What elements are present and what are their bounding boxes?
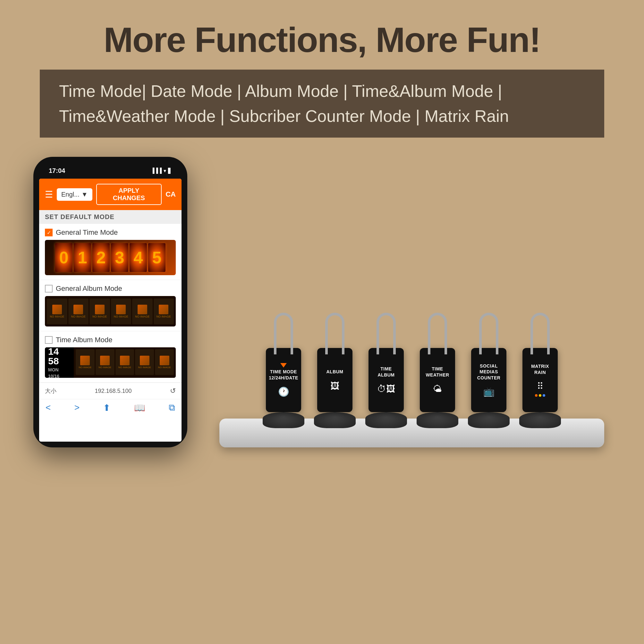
time-album-mode-checkbox[interactable]: [45, 336, 53, 344]
device-card-5: SOCIAL MEDIASCOUNTER 📺: [471, 348, 506, 412]
content-area: 17:04 ▐▐▐ ▾ ▋ ☰ Engl... ▼: [33, 157, 611, 447]
device-stand-1: [263, 412, 304, 428]
page-container: More Functions, More Fun! Time Mode| Dat…: [0, 0, 644, 644]
album-thumb-img-4: [116, 305, 126, 314]
device-stand-6: [519, 412, 561, 428]
ta-no-img-2: NO IMAGE: [98, 366, 111, 369]
arch-handle-1: [274, 313, 293, 354]
arch-handle-6: [530, 313, 550, 354]
zoom-label: 大小: [45, 387, 56, 395]
device-card-1: TIME MODE12/24H/DATE 🕐: [266, 348, 301, 412]
apply-changes-button[interactable]: APPLY CHANGES: [96, 184, 162, 205]
device-card-2: ALBUM 🖼: [317, 348, 352, 412]
wifi-icon: ▾: [164, 168, 166, 174]
share-button[interactable]: ⬆: [103, 403, 110, 413]
phone-screen: ☰ Engl... ▼ APPLY CHANGES CA SET DEFAULT…: [39, 179, 182, 442]
ta-no-img-5: NO IMAGE: [158, 366, 171, 369]
lang-label: Engl...: [61, 191, 80, 198]
device-dots-6: [535, 394, 545, 397]
ta-no-img-4: NO IMAGE: [138, 366, 151, 369]
album-thumb-1: NO IMAGE: [47, 299, 67, 324]
digit-3: 3: [111, 243, 128, 272]
time-album-mode-preview: 14 58 MON 10/16 NO IMAGE: [45, 347, 176, 378]
ta-img-2: [100, 356, 110, 365]
bookmark-button[interactable]: 📖: [134, 403, 145, 413]
device-label-4: TIMEWEATHER: [426, 366, 449, 377]
ta-img-4: [140, 356, 149, 365]
album-mode-label: General Album Mode: [56, 284, 122, 293]
device-label-2: ALBUM: [326, 369, 343, 375]
device-unit-4: TIMEWEATHER 🌤: [417, 319, 458, 428]
set-default-mode-label: SET DEFAULT MODE: [39, 210, 182, 224]
mode-section-album: General Album Mode NO IMAGE NO IMAGE: [39, 280, 182, 331]
device-label-1: TIME MODE12/24H/DATE: [269, 369, 298, 380]
album-thumb-5: NO IMAGE: [132, 299, 153, 324]
device-label-6: MATRIXRAIN: [531, 363, 549, 375]
ta-img-1: [80, 356, 90, 365]
arch-handle-3: [377, 313, 396, 354]
device-unit-6: MATRIXRAIN ⠿: [519, 319, 561, 428]
ta-img-5: [160, 356, 169, 365]
url-display: 192.168.5.100: [95, 388, 131, 394]
album-thumb-4: NO IMAGE: [111, 299, 131, 324]
weather-icon-4: 🌤: [433, 384, 442, 394]
subtitle-line-1: Time Mode| Date Mode | Album Mode | Time…: [59, 82, 502, 100]
no-image-4: NO IMAGE: [114, 315, 128, 318]
digit-4: 4: [130, 243, 147, 272]
album-mode-checkbox[interactable]: [45, 285, 53, 292]
no-image-2: NO IMAGE: [71, 315, 86, 318]
device-label-5: SOCIAL MEDIASCOUNTER: [474, 363, 504, 381]
refresh-icon[interactable]: ↺: [170, 387, 176, 395]
app-header: ☰ Engl... ▼ APPLY CHANGES CA: [39, 179, 182, 210]
phone-time: 17:04: [49, 167, 65, 174]
phone-nav-bar: < > ⬆ 📖 ⧉: [39, 399, 182, 416]
triangle-icon-1: [280, 363, 287, 368]
time-album-time-display: 14 58 MON 10/16: [45, 347, 74, 378]
ta-img-3: [120, 356, 130, 365]
album-mode-preview: NO IMAGE NO IMAGE NO IMAGE: [45, 296, 176, 326]
device-unit-5: SOCIAL MEDIASCOUNTER 📺: [468, 319, 510, 428]
dot-1: [535, 394, 538, 397]
time-minutes: 58: [48, 356, 71, 366]
ca-button[interactable]: CA: [165, 190, 176, 199]
ta-no-img-3: NO IMAGE: [118, 366, 131, 369]
ta-thumb-1: NO IMAGE: [76, 349, 95, 375]
time-mode-checkbox[interactable]: ✓: [45, 229, 53, 236]
image-icon-2: 🖼: [330, 381, 339, 391]
subtitle-line-2: Time&Weather Mode | Subcriber Counter Mo…: [59, 107, 509, 125]
time-album-mode-label: Time Album Mode: [56, 336, 112, 344]
mode-section-time-album: Time Album Mode 14 58 MON 10/16: [39, 331, 182, 383]
lang-arrow-icon: ▼: [81, 191, 88, 198]
digit-5: 5: [148, 243, 165, 272]
no-image-1: NO IMAGE: [50, 315, 64, 318]
time-album-images: NO IMAGE NO IMAGE NO IMAGE: [74, 347, 176, 378]
device-card-3: TIMEALBUM ⏱🖼: [369, 348, 404, 412]
ta-thumb-4: NO IMAGE: [135, 349, 154, 375]
album-thumb-6: NO IMAGE: [154, 299, 174, 324]
time-hours: 14: [48, 347, 71, 356]
language-button[interactable]: Engl... ▼: [57, 188, 92, 201]
album-thumb-2: NO IMAGE: [68, 299, 89, 324]
album-thumb-img-6: [159, 305, 168, 314]
mode-checkbox-row-time: ✓ General Time Mode: [45, 228, 176, 237]
device-stand-3: [365, 412, 407, 428]
hamburger-icon[interactable]: ☰: [45, 189, 53, 200]
album-thumb-img-5: [138, 305, 147, 314]
no-image-5: NO IMAGE: [135, 315, 149, 318]
main-title: More Functions, More Fun!: [104, 19, 540, 60]
devices-area: TIME MODE12/24H/DATE 🕐 ALBUM 🖼: [213, 319, 611, 447]
dot-3: [543, 394, 545, 397]
forward-button[interactable]: >: [74, 403, 80, 413]
mode-checkbox-row-album: General Album Mode: [45, 284, 176, 293]
time-mode-label: General Time Mode: [56, 228, 118, 237]
arch-handle-4: [428, 313, 447, 354]
subtitle-box: Time Mode| Date Mode | Album Mode | Time…: [40, 70, 604, 138]
device-card-6: MATRIXRAIN ⠿: [522, 348, 558, 412]
back-button[interactable]: <: [46, 403, 51, 413]
phone-notch: [97, 165, 123, 172]
subtitle-text: Time Mode| Date Mode | Album Mode | Time…: [59, 79, 585, 129]
no-image-6: NO IMAGE: [157, 315, 171, 318]
tabs-button[interactable]: ⧉: [169, 403, 175, 413]
album-thumb-3: NO IMAGE: [89, 299, 110, 324]
ta-no-img-1: NO IMAGE: [79, 366, 91, 369]
